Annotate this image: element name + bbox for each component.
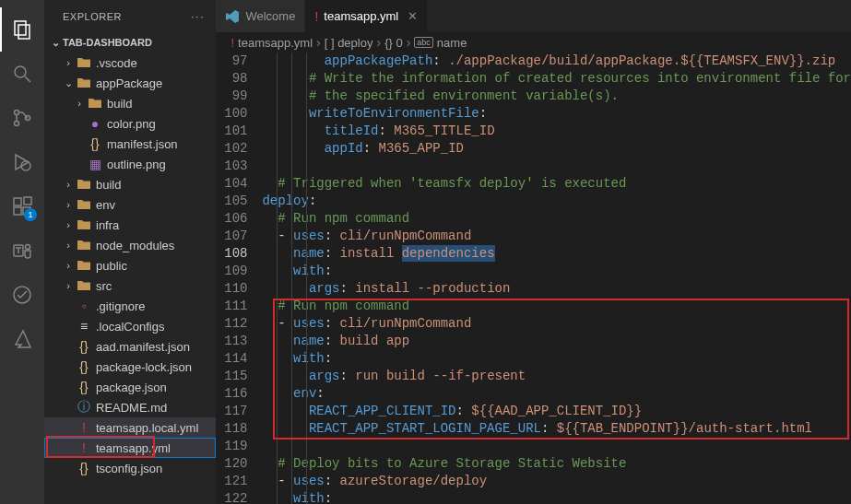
tree-item-tsconfig-json[interactable]: ·{}tsconfig.json: [44, 458, 216, 478]
file-icon: [76, 258, 92, 273]
activity-explorer-icon[interactable]: [0, 7, 44, 52]
activity-run-debug-icon[interactable]: [0, 140, 44, 184]
section-header[interactable]: ⌄ TAB-DASHBOARD: [44, 32, 216, 53]
chevron-icon: ›: [61, 260, 76, 271]
code-line[interactable]: with:: [262, 490, 851, 504]
tree-item-teamsapp-yml[interactable]: ·!teamsapp.yml: [44, 438, 216, 458]
tree-item-env[interactable]: ›env: [44, 194, 216, 215]
code-line[interactable]: [262, 158, 851, 175]
file-icon: [76, 197, 92, 212]
code-line[interactable]: name: install dependencies: [262, 245, 851, 263]
tree-item-infra[interactable]: ›infra: [44, 215, 216, 235]
chevron-down-icon: ⌄: [48, 37, 63, 49]
svg-line-3: [25, 76, 30, 82]
file-icon: [76, 55, 92, 70]
code-line[interactable]: # Deploy bits to Azure Storage Static We…: [262, 455, 851, 473]
code-line[interactable]: with:: [262, 263, 851, 280]
code-line[interactable]: appId: M365_APP_ID: [262, 140, 851, 158]
code-line[interactable]: [262, 438, 851, 455]
line-number: 109: [216, 263, 247, 280]
tree-item--localConfigs[interactable]: ·≡.localConfigs: [44, 316, 216, 336]
activity-teams-icon[interactable]: [0, 229, 44, 273]
code-line[interactable]: writeToEnvironmentFile:: [262, 105, 851, 123]
sidebar-more-icon[interactable]: ···: [191, 11, 205, 22]
code-editor[interactable]: 9798991001011021031041051061071081091101…: [216, 53, 851, 504]
activity-extensions-icon[interactable]: 1: [0, 184, 44, 229]
chevron-right-icon: ›: [376, 35, 381, 50]
code-line[interactable]: REACT_APP_START_LOGIN_PAGE_URL: ${{TAB_E…: [262, 420, 851, 438]
code-line[interactable]: name: build app: [262, 333, 851, 350]
activity-azure-icon[interactable]: [0, 317, 44, 361]
line-number: 101: [216, 123, 247, 140]
line-number: 99: [216, 88, 247, 105]
tree-item--gitignore[interactable]: ·◦.gitignore: [44, 296, 216, 316]
file-icon: [76, 238, 92, 252]
code-line[interactable]: # Write the information of created resou…: [262, 70, 851, 88]
tree-item-package-lock-json[interactable]: ·{}package-lock.json: [44, 357, 216, 377]
code-line[interactable]: env:: [262, 385, 851, 403]
code-line[interactable]: deploy:: [262, 193, 851, 210]
tree-item-README-md[interactable]: ·ⓘREADME.md: [44, 397, 216, 417]
code-line[interactable]: REACT_APP_CLIENT_ID: ${{AAD_APP_CLIENT_I…: [262, 403, 851, 420]
tree-item-build[interactable]: ›build: [44, 174, 216, 194]
file-icon: ≡: [76, 319, 92, 334]
activity-search-icon[interactable]: [0, 52, 44, 96]
code-line[interactable]: appPackagePath: ./appPackage/build/appPa…: [262, 53, 851, 70]
tab-teamsapp-yml[interactable]: !teamsapp.yml✕: [305, 0, 428, 32]
code-line[interactable]: titleId: M365_TITLE_ID: [262, 123, 851, 140]
code-line[interactable]: # the specified environment variable(s).: [262, 88, 851, 105]
tree-item-aad-manifest-json[interactable]: ·{}aad.manifest.json: [44, 336, 216, 357]
code-line[interactable]: args: install --production: [262, 280, 851, 298]
file-icon: {}: [76, 461, 92, 475]
tree-item-label: package-lock.json: [96, 360, 192, 374]
bc-file: teamsapp.yml: [238, 36, 313, 50]
tree-item-teamsapp-local-yml[interactable]: ·!teamsapp.local.yml: [44, 417, 216, 438]
code-line[interactable]: - uses: azureStorage/deploy: [262, 473, 851, 490]
code-line[interactable]: with:: [262, 350, 851, 368]
tree-item-label: build: [96, 178, 121, 192]
section-title: TAB-DASHBOARD: [63, 37, 152, 48]
tab-Welcome[interactable]: Welcome: [216, 0, 305, 32]
activity-check-icon[interactable]: [0, 273, 44, 317]
code-line[interactable]: # Triggered when 'teamsfx deploy' is exe…: [262, 175, 851, 193]
line-number: 114: [216, 350, 247, 368]
code-line[interactable]: args: run build --if-present: [262, 368, 851, 385]
tree-item-outline-png[interactable]: ·▦outline.png: [44, 154, 216, 174]
tree-item-package-json[interactable]: ·{}package.json: [44, 377, 216, 397]
activity-source-control-icon[interactable]: [0, 96, 44, 140]
close-icon[interactable]: ✕: [408, 9, 418, 23]
line-number: 110: [216, 280, 247, 298]
line-number: 113: [216, 333, 247, 350]
tree-item-src[interactable]: ›src: [44, 275, 216, 296]
tree-item-label: outline.png: [107, 158, 166, 171]
tree-item-public[interactable]: ›public: [44, 255, 216, 275]
line-number: 105: [216, 193, 247, 210]
file-icon: {}: [76, 380, 92, 394]
file-icon: [76, 76, 92, 90]
tree-item-label: src: [96, 279, 112, 293]
line-number: 102: [216, 140, 247, 158]
tree-item--vscode[interactable]: ›.vscode: [44, 53, 216, 73]
code-line[interactable]: # Run npm command: [262, 210, 851, 228]
tree-item-label: public: [96, 259, 127, 273]
tree-item-node_modules[interactable]: ›node_modules: [44, 235, 216, 255]
file-icon: {}: [76, 359, 92, 374]
tree-item-label: color.png: [107, 117, 156, 131]
tree-item-build[interactable]: ›build: [44, 93, 216, 113]
code-content[interactable]: appPackagePath: ./appPackage/build/appPa…: [262, 53, 851, 504]
file-tree: ›.vscode⌄appPackage›build·●color.png·{}m…: [44, 53, 216, 504]
breadcrumb[interactable]: ! teamsapp.yml › [ ] deploy › {} 0 › abc…: [216, 32, 851, 53]
tree-item-label: .localConfigs: [96, 320, 164, 334]
tab-icon: [225, 9, 240, 24]
code-line[interactable]: - uses: cli/runNpmCommand: [262, 228, 851, 245]
tab-label: teamsapp.yml: [324, 9, 398, 23]
sidebar-header: EXPLORER ···: [44, 0, 216, 32]
tree-item-manifest-json[interactable]: ·{}manifest.json: [44, 134, 216, 154]
line-number: 98: [216, 70, 247, 88]
tree-item-color-png[interactable]: ·●color.png: [44, 113, 216, 134]
tree-item-appPackage[interactable]: ⌄appPackage: [44, 73, 216, 93]
line-number: 108: [216, 245, 247, 263]
code-line[interactable]: # Run npm command: [262, 298, 851, 315]
tree-item-label: README.md: [96, 401, 167, 415]
code-line[interactable]: - uses: cli/runNpmCommand: [262, 315, 851, 333]
